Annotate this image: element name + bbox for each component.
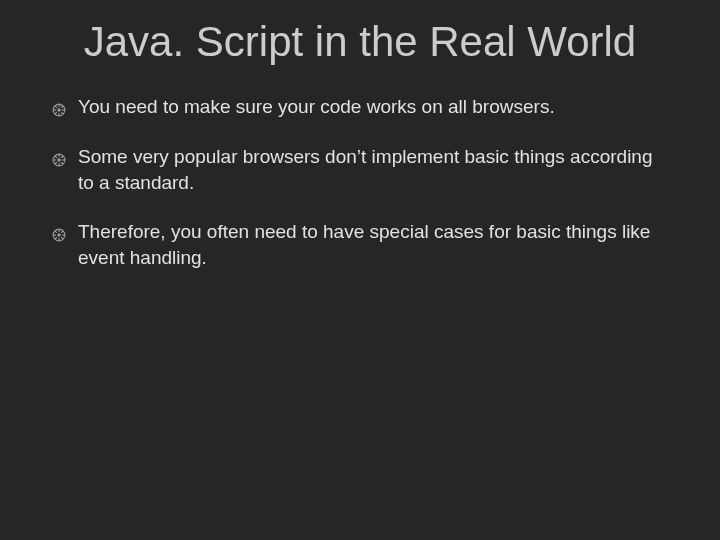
list-item: Therefore, you often need to have specia…	[52, 219, 670, 270]
bullet-text: Therefore, you often need to have specia…	[78, 219, 670, 270]
bullet-icon	[52, 148, 66, 162]
svg-line-7	[61, 112, 63, 114]
svg-line-17	[61, 162, 63, 164]
svg-line-18	[61, 156, 63, 158]
svg-line-19	[55, 162, 57, 164]
bullet-list: You need to make sure your code works on…	[50, 94, 670, 270]
bullet-icon	[52, 223, 66, 237]
svg-line-26	[55, 231, 57, 233]
svg-point-21	[57, 233, 61, 237]
svg-line-29	[55, 237, 57, 239]
bullet-text: Some very popular browsers don’t impleme…	[78, 144, 670, 195]
svg-line-9	[55, 112, 57, 114]
svg-line-16	[55, 156, 57, 158]
bullet-icon	[52, 98, 66, 112]
list-item: Some very popular browsers don’t impleme…	[52, 144, 670, 195]
list-item: You need to make sure your code works on…	[52, 94, 670, 120]
slide: Java. Script in the Real World You need …	[0, 0, 720, 540]
svg-point-11	[57, 158, 61, 162]
svg-point-1	[57, 109, 61, 113]
svg-line-27	[61, 237, 63, 239]
slide-title: Java. Script in the Real World	[80, 18, 640, 66]
bullet-text: You need to make sure your code works on…	[78, 94, 670, 120]
svg-line-8	[61, 106, 63, 108]
svg-line-28	[61, 231, 63, 233]
svg-line-6	[55, 106, 57, 108]
